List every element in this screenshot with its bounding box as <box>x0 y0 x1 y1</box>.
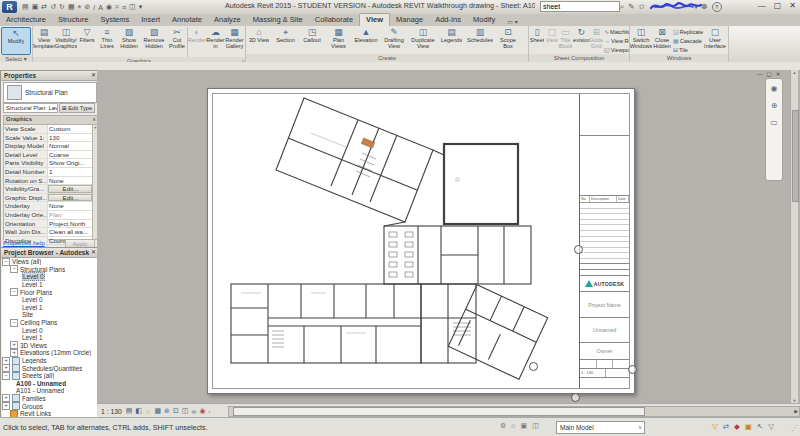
active-design-option-select[interactable]: Main Model∨ <box>556 421 645 434</box>
property-row[interactable]: Detail LevelCoarse <box>4 151 92 160</box>
user-interface-button[interactable]: ▢User Interface <box>704 27 726 49</box>
close-hidden-button[interactable]: ⊠Close Hidden <box>652 27 672 49</box>
elevation-marker[interactable] <box>574 245 583 254</box>
aligned-dimension-icon[interactable]: ⊘ <box>84 3 90 11</box>
drafting-view-button[interactable]: ✎Drafting View <box>380 27 408 49</box>
tab-systems[interactable]: Systems <box>94 14 135 26</box>
elevation-marker[interactable] <box>571 393 580 402</box>
favorites-icon[interactable]: ✩ <box>639 2 645 11</box>
minimize-icon[interactable]: — <box>758 1 766 10</box>
exclude-options-filter-icon[interactable]: ▽ <box>712 422 718 431</box>
vertical-scrollbar[interactable]: ▲▼ <box>790 70 798 403</box>
expander-minus-icon[interactable]: − <box>10 265 18 273</box>
tile-button[interactable]: ⊟Tile <box>672 45 704 54</box>
horizontal-scrollbar[interactable]: ▶ <box>228 406 800 417</box>
close-icon[interactable]: ✕ <box>91 248 96 257</box>
elevation-marker[interactable] <box>628 365 637 374</box>
schedules-button[interactable]: ▥Schedules <box>465 27 495 43</box>
pan-icon[interactable]: ▭ <box>770 118 778 127</box>
title-block[interactable]: No. Description Date AUTODESK Project Na… <box>579 94 629 388</box>
resize-grip[interactable]: ⋰ <box>791 424 798 432</box>
tree-item-level-1[interactable]: Level 1 <box>2 304 97 312</box>
tab-structure[interactable]: Structure <box>52 14 94 26</box>
cut-profile-button[interactable]: ✂Cut Profile <box>167 27 187 49</box>
title-block-button[interactable]: ▭Title Block <box>558 27 572 49</box>
sheet-button[interactable]: ▯Sheet <box>529 27 545 43</box>
default-3d-view-icon[interactable]: ◉ <box>106 3 112 11</box>
tab-manage[interactable]: Manage <box>390 14 429 26</box>
guide-grid-button[interactable]: ⊞Guide Grid <box>590 27 603 49</box>
close-icon[interactable]: ✕ <box>789 1 796 10</box>
tree-item-level-0[interactable]: Level 0 <box>2 296 97 304</box>
view-button[interactable]: ▢View <box>545 27 558 43</box>
modify-button[interactable]: ↖ Modify <box>1 27 31 55</box>
show-hidden-lines-button[interactable]: ▨Show Hidden Lines <box>117 27 141 49</box>
element-selector-dropdown[interactable]: Structural Plan: Lev∨ <box>3 103 58 113</box>
select-underlay-icon[interactable]: ▣ <box>745 422 752 431</box>
search-icon[interactable]: ⌕ <box>620 2 624 12</box>
switch-windows-button[interactable]: ◫Switch Windows <box>630 27 652 49</box>
expander-plus-icon[interactable]: + <box>2 402 10 410</box>
floor-plan-drawing[interactable] <box>216 93 576 389</box>
open-icon[interactable]: ▤ <box>22 3 29 11</box>
tab-analyze[interactable]: Analyze <box>208 14 247 26</box>
text-icon[interactable]: A <box>98 4 103 11</box>
close-icon[interactable]: ✕ <box>91 71 96 80</box>
scrollbar-thumb[interactable] <box>233 407 645 416</box>
property-row[interactable]: Rotation on S...None <box>4 177 92 186</box>
press-drag-icon[interactable]: ⇄ <box>723 422 729 431</box>
tree-item-floor-plans[interactable]: −Floor Plans <box>2 288 97 296</box>
render-in-cloud-button[interactable]: ☁Render in Cloud <box>206 27 225 49</box>
collapse-icon[interactable]: ‹ <box>209 408 211 414</box>
view-scale-control[interactable]: 1 : 130 <box>101 408 122 415</box>
tab-insert[interactable]: Insert <box>135 14 166 26</box>
section-button[interactable]: ⌖Section <box>272 27 299 43</box>
scope-box-button[interactable]: ⊡Scope Box <box>495 27 521 49</box>
tree-item-level-0[interactable]: Level 0 <box>2 273 97 281</box>
worksets-icon[interactable]: ⚙ <box>500 422 506 430</box>
design-options-icon[interactable]: ▣ <box>521 422 528 430</box>
revit-app-menu-icon[interactable]: R <box>2 1 17 13</box>
restore-icon[interactable]: ▢ <box>767 71 772 77</box>
tree-item-sheet-a100[interactable]: A100 - Unnamed <box>2 380 97 388</box>
plan-views-button[interactable]: ▦Plan Views <box>325 27 352 49</box>
help-icon[interactable]: ? <box>712 2 722 12</box>
selection-filter-icon[interactable]: ▽ <box>768 422 774 431</box>
scrollbar-thumb[interactable] <box>792 110 799 202</box>
property-row[interactable]: Wall Join Dis...Clean all wa... <box>4 228 92 237</box>
tab-modify[interactable]: Modify <box>467 14 501 26</box>
tab-annotate[interactable]: Annotate <box>166 14 208 26</box>
sync-icon[interactable]: ⇄ <box>41 3 47 11</box>
tab-architecture[interactable]: Architecture <box>0 14 52 26</box>
properties-header[interactable]: Properties✕ <box>1 71 98 81</box>
select-pinned-icon[interactable]: ◆ <box>734 422 740 431</box>
property-row[interactable]: Underlay Orie...Plan <box>4 211 92 220</box>
property-row[interactable]: Parts VisibilityShow Origi... <box>4 159 92 168</box>
tree-item-structural-plans[interactable]: −Structural Plans <box>2 266 97 274</box>
type-selector[interactable]: Structural Plan <box>3 82 97 103</box>
crop-view-icon[interactable]: ⊡ <box>173 407 179 415</box>
shadows-icon[interactable]: ▩ <box>154 407 161 415</box>
measure-icon[interactable]: ⌖ <box>78 3 82 11</box>
visual-style-icon[interactable]: ◧ <box>135 407 142 415</box>
callout-button[interactable]: ◳Callout <box>299 27 325 43</box>
expander-minus-icon[interactable]: − <box>10 288 18 296</box>
3d-view-button[interactable]: ⌂3D View <box>246 27 272 43</box>
sun-path-icon[interactable]: ☼ <box>145 408 151 415</box>
property-row[interactable]: Display ModelNormal <box>4 142 92 151</box>
expander-minus-icon[interactable]: − <box>10 319 18 327</box>
crop-region-visibility-icon[interactable]: ◫ <box>182 407 189 415</box>
restore-icon[interactable]: ▢ <box>774 1 782 10</box>
tab-massing-site[interactable]: Massing & Site <box>247 14 309 26</box>
minimize-icon[interactable]: — <box>757 71 763 77</box>
thin-lines-button[interactable]: ≡Thin Lines <box>97 27 117 49</box>
tab-view[interactable]: View <box>359 13 390 26</box>
close-icon[interactable]: ✕ <box>776 71 781 77</box>
pick-option-icon[interactable]: ◫ <box>532 422 539 430</box>
thin-lines-icon[interactable]: ≡ <box>122 4 126 11</box>
visibility-graphics-button[interactable]: ◫Visibility/ Graphics <box>55 27 77 49</box>
property-row[interactable]: Scale Value 1:130 <box>4 134 92 143</box>
legends-button[interactable]: ▤Legends <box>438 27 465 43</box>
elevation-button[interactable]: ▲Elevation <box>352 27 380 43</box>
tree-item-ceiling-plans[interactable]: −Ceiling Plans <box>2 319 97 327</box>
